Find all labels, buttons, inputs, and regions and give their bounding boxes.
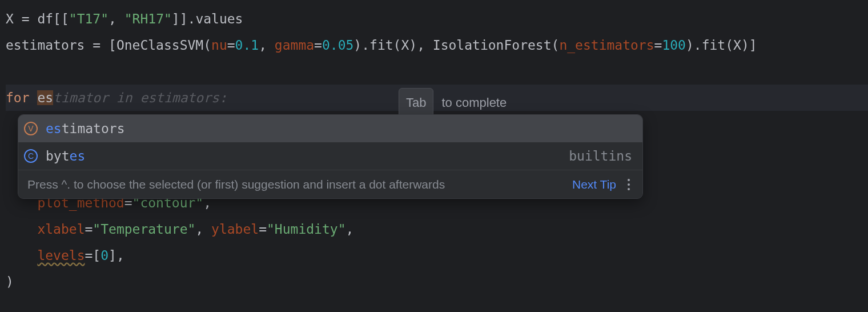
inline-hint: Tab to complete <box>399 88 507 118</box>
typed-text: es <box>37 90 53 105</box>
code-line-current[interactable]: for estimator in estimators: Tab to comp… <box>6 85 868 111</box>
suggestion-text: bytes <box>46 149 569 163</box>
autocomplete-popup[interactable]: V estimators C bytes builtins Press ^. t… <box>18 114 643 199</box>
hint-text: to complete <box>441 90 507 116</box>
code-line: ) <box>6 269 868 295</box>
tip-text: Press ^. to choose the selected (or firs… <box>27 178 564 191</box>
code-line <box>6 58 868 85</box>
ghost-completion: timator in estimators: <box>53 90 227 105</box>
variable-icon: V <box>24 122 38 135</box>
code-line: X = df[["T17", "RH17"]].values <box>6 6 868 32</box>
code-line: estimators = [OneClassSVM(nu=0.1, gamma=… <box>6 32 868 58</box>
suggestion-tail: builtins <box>569 149 632 163</box>
code-editor[interactable]: X = df[["T17", "RH17"]].values estimator… <box>0 0 868 295</box>
autocomplete-item[interactable]: V estimators <box>18 115 642 142</box>
next-tip-link[interactable]: Next Tip <box>572 178 616 191</box>
autocomplete-footer: Press ^. to choose the selected (or firs… <box>18 170 642 198</box>
autocomplete-item[interactable]: C bytes builtins <box>18 142 642 170</box>
code-line: xlabel="Temperature", ylabel="Humidity", <box>6 216 868 242</box>
kebab-icon[interactable] <box>624 179 633 190</box>
class-icon: C <box>24 149 38 163</box>
code-line: levels=[0], <box>6 242 868 269</box>
key-chip-tab: Tab <box>399 88 433 118</box>
suggestion-text: estimators <box>46 121 632 136</box>
